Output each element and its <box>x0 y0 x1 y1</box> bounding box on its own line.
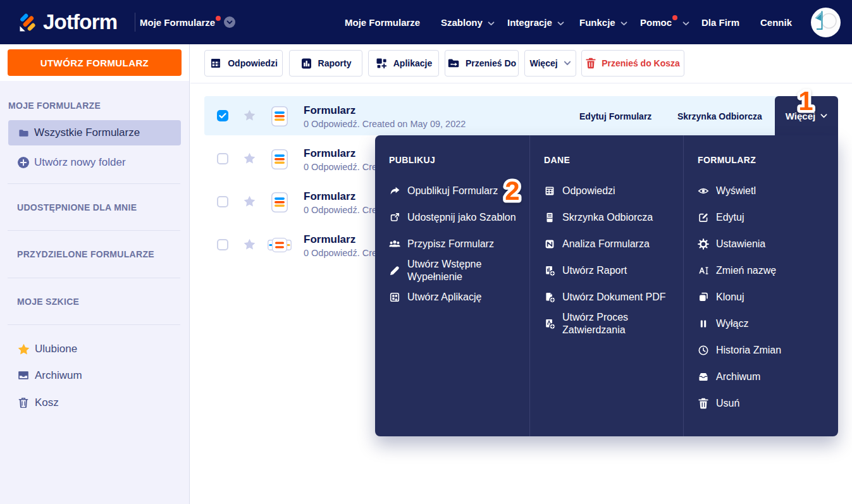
form-title[interactable]: Formularz <box>304 233 355 246</box>
chevron-down-icon[interactable] <box>224 16 235 28</box>
star-icon[interactable] <box>244 109 256 121</box>
chevron-down-icon <box>488 17 495 28</box>
menu-item-disable[interactable]: Wyłącz <box>698 310 838 337</box>
move-to-button[interactable]: Przenieś Do <box>445 50 519 77</box>
more-toolbar-button[interactable]: Więcej <box>524 50 576 77</box>
clone-icon <box>698 292 709 303</box>
menu-heading-data: DANE <box>544 154 683 166</box>
menu-item-rename[interactable]: Zmień nazwę <box>698 257 838 284</box>
menu-column-publish: PUBLIKUJ Opublikuj Formularz Udostępnij … <box>375 135 529 436</box>
toolbar-button-label: Przenieś do Kosza <box>602 58 680 68</box>
chevron-down-icon <box>682 17 689 28</box>
sidebar-header: UTWÓRZ FORMULARZ <box>0 44 189 81</box>
sidebar-heading-shared[interactable]: UDOSTĘPNIONE DLA MNIE <box>17 202 137 212</box>
report-plus-icon <box>544 265 555 276</box>
menu-item-delete[interactable]: Usuń <box>698 390 838 417</box>
menu-item-settings[interactable]: Ustawienia <box>698 231 838 257</box>
sidebar-item-archive[interactable]: Archiwum <box>17 366 175 385</box>
sidebar-item-trash[interactable]: Kosz <box>17 393 175 412</box>
menu-item-label: Klonuj <box>716 291 744 304</box>
gear-icon <box>698 238 709 250</box>
inbox-link[interactable]: Skrzynka Odbiorcza <box>677 111 762 121</box>
row-checkbox[interactable] <box>217 239 228 250</box>
nav-templates[interactable]: Szablony <box>441 0 495 44</box>
menu-item-preview[interactable]: Wyświetl <box>698 178 838 204</box>
form-title[interactable]: Formularz <box>304 104 355 117</box>
toolbar-button-label: Przenieś Do <box>466 58 516 68</box>
chevron-down-icon <box>820 114 827 118</box>
sidebar-item-all-forms[interactable]: Wszystkie Formularze <box>8 120 181 145</box>
menu-item-label: Usuń <box>716 397 739 410</box>
menu-item-clone[interactable]: Klonuj <box>698 284 838 310</box>
jotform-wordmark: Jotform <box>43 10 117 34</box>
menu-item-label: Analiza Formularza <box>562 238 650 250</box>
menu-item-label: Utwórz Raport <box>562 264 627 277</box>
row-checkbox[interactable] <box>217 153 228 164</box>
avatar[interactable] <box>811 8 841 37</box>
row-checkbox-checked[interactable] <box>217 110 228 121</box>
menu-item-archive[interactable]: Archiwum <box>698 364 838 390</box>
folder-move-icon <box>447 57 460 70</box>
menu-item-label: Utwórz Proces Zatwierdzania <box>562 311 675 336</box>
menu-item-label: Historia Zmian <box>716 344 781 357</box>
nav-features[interactable]: Funkcje <box>579 0 627 44</box>
star-icon[interactable] <box>244 195 256 207</box>
share-arrow-icon <box>389 185 400 197</box>
nav-enterprise[interactable]: Dla Firm <box>701 0 739 44</box>
star-icon[interactable] <box>244 152 256 164</box>
star-icon[interactable] <box>244 238 256 250</box>
archive-icon <box>17 370 30 381</box>
star-icon <box>17 343 30 355</box>
menu-item-label: Utwórz Dokument PDF <box>562 291 666 304</box>
menu-item-create-app[interactable]: Utwórz Aplikację <box>389 284 529 310</box>
menu-item-label: Utwórz Aplikację <box>407 291 481 304</box>
move-to-trash-button[interactable]: Przenieś do Kosza <box>581 50 684 77</box>
edit-form-link[interactable]: Edytuj Formularz <box>579 111 651 121</box>
menu-item-form-analytics[interactable]: Analiza Formularza <box>544 231 683 257</box>
menu-item-inbox[interactable]: Skrzynka Odbiorcza <box>544 204 683 231</box>
row-checkbox[interactable] <box>217 196 228 207</box>
nav-help[interactable]: Pomoc <box>640 0 689 44</box>
menu-item-edit[interactable]: Edytuj <box>698 204 838 231</box>
sidebar-heading-drafts[interactable]: MOJE SZKICE <box>17 297 79 307</box>
form-title[interactable]: Formularz <box>304 147 355 160</box>
menu-item-revision-history[interactable]: Historia Zmian <box>698 337 838 364</box>
eye-icon <box>698 185 709 197</box>
menu-item-prefill[interactable]: Utwórz Wstępne Wypełnienie <box>389 257 529 284</box>
sidebar-item-favorites[interactable]: Ulubione <box>17 340 175 359</box>
pdf-plus-icon <box>544 292 555 303</box>
menu-item-label: Przypisz Formularz <box>407 238 494 250</box>
trash-icon <box>586 58 596 69</box>
jotform-logo[interactable]: Jotform <box>19 12 127 32</box>
sidebar-item-label: Wszystkie Formularze <box>34 126 140 139</box>
trash-icon <box>17 397 30 409</box>
menu-item-label: Udostępnij jako Szablon <box>407 211 516 224</box>
menu-item-assign-form[interactable]: Przypisz Formularz <box>389 231 529 257</box>
apps-button[interactable]: Aplikacje <box>368 50 439 77</box>
submissions-button[interactable]: Odpowiedzi <box>204 50 283 77</box>
menu-item-publish-form[interactable]: Opublikuj Formularz <box>389 178 529 204</box>
row-more-button[interactable]: Więcej <box>775 96 838 135</box>
nav-my-forms[interactable]: Moje Formularze <box>345 0 420 44</box>
reports-button[interactable]: Raporty <box>289 50 362 77</box>
analytics-icon <box>544 238 555 250</box>
sidebar-heading-my-forms: MOJE FORMULARZE <box>8 101 101 111</box>
menu-item-submissions[interactable]: Odpowiedzi <box>544 178 683 204</box>
create-form-button[interactable]: UTWÓRZ FORMULARZ <box>8 49 182 76</box>
sidebar-heading-assigned[interactable]: PRZYDZIELONE FORMULARZE <box>17 249 154 259</box>
nav-pricing[interactable]: Cennik <box>760 0 792 44</box>
form-title[interactable]: Formularz <box>304 190 355 203</box>
menu-item-share-template[interactable]: Udostępnij jako Szablon <box>389 204 529 231</box>
menu-item-label: Wyłącz <box>716 317 748 330</box>
menu-item-create-pdf[interactable]: Utwórz Dokument PDF <box>544 284 683 310</box>
chevron-down-icon <box>620 17 627 28</box>
nav-link-label: Integracje <box>507 17 552 28</box>
menu-item-create-approval[interactable]: Utwórz Proces Zatwierdzania <box>544 310 683 337</box>
workspace-switcher[interactable]: Moje Formularze <box>140 0 235 44</box>
sidebar-item-new-folder[interactable]: Utwórz nowy folder <box>8 153 181 172</box>
report-icon <box>300 58 312 70</box>
apps-icon <box>375 57 388 70</box>
nav-integrations[interactable]: Integracje <box>507 0 564 44</box>
workspace-label: Moje Formularze <box>140 17 215 28</box>
menu-item-create-report[interactable]: Utwórz Raport <box>544 257 683 284</box>
